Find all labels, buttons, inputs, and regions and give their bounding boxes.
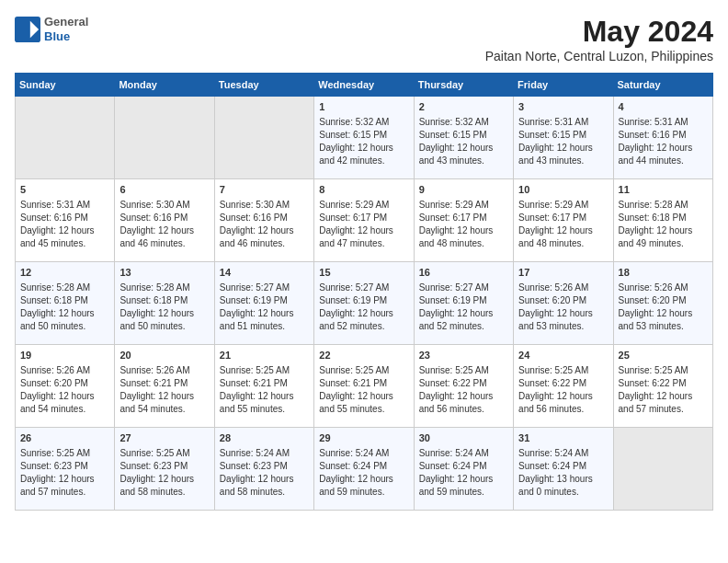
day-info: Sunrise: 5:32 AM Sunset: 6:15 PM Dayligh… <box>419 116 508 167</box>
calendar-cell: 21Sunrise: 5:25 AM Sunset: 6:21 PM Dayli… <box>214 345 313 428</box>
header-monday: Monday <box>115 74 214 97</box>
day-number: 10 <box>518 183 608 197</box>
calendar-cell: 23Sunrise: 5:25 AM Sunset: 6:22 PM Dayli… <box>414 345 513 428</box>
page-subtitle: Paitan Norte, Central Luzon, Philippines <box>485 49 713 63</box>
day-number: 22 <box>319 349 408 362</box>
day-number: 12 <box>20 266 109 280</box>
calendar-cell: 26Sunrise: 5:25 AM Sunset: 6:23 PM Dayli… <box>16 428 115 511</box>
day-number: 1 <box>319 100 408 114</box>
calendar-week-5: 26Sunrise: 5:25 AM Sunset: 6:23 PM Dayli… <box>16 428 713 511</box>
day-number: 5 <box>20 183 109 197</box>
calendar-cell: 5Sunrise: 5:31 AM Sunset: 6:16 PM Daylig… <box>16 179 115 262</box>
day-info: Sunrise: 5:26 AM Sunset: 6:21 PM Dayligh… <box>119 364 209 416</box>
calendar-cell: 15Sunrise: 5:27 AM Sunset: 6:19 PM Dayli… <box>314 262 414 345</box>
calendar-cell: 31Sunrise: 5:24 AM Sunset: 6:24 PM Dayli… <box>514 428 613 511</box>
day-number: 3 <box>518 100 608 114</box>
calendar-cell: 16Sunrise: 5:27 AM Sunset: 6:19 PM Dayli… <box>414 262 513 345</box>
day-number: 4 <box>619 100 708 114</box>
calendar-cell: 7Sunrise: 5:30 AM Sunset: 6:16 PM Daylig… <box>214 179 313 262</box>
header-thursday: Thursday <box>414 74 513 97</box>
day-number: 11 <box>619 183 708 197</box>
day-number: 24 <box>518 349 608 362</box>
day-info: Sunrise: 5:31 AM Sunset: 6:15 PM Dayligh… <box>518 116 608 167</box>
day-info: Sunrise: 5:25 AM Sunset: 6:23 PM Dayligh… <box>119 447 209 499</box>
logo-line1: General <box>44 15 88 29</box>
calendar-header-row: SundayMondayTuesdayWednesdayThursdayFrid… <box>16 74 713 97</box>
calendar-week-2: 5Sunrise: 5:31 AM Sunset: 6:16 PM Daylig… <box>16 179 713 262</box>
calendar-cell: 28Sunrise: 5:24 AM Sunset: 6:23 PM Dayli… <box>214 428 313 511</box>
calendar-cell: 29Sunrise: 5:24 AM Sunset: 6:24 PM Dayli… <box>314 428 414 511</box>
calendar-cell: 18Sunrise: 5:26 AM Sunset: 6:20 PM Dayli… <box>613 262 712 345</box>
logo-text: General Blue <box>44 15 88 43</box>
day-number: 9 <box>419 183 508 197</box>
header-wednesday: Wednesday <box>314 74 414 97</box>
logo: General Blue <box>15 15 88 43</box>
calendar-cell: 24Sunrise: 5:25 AM Sunset: 6:22 PM Dayli… <box>514 345 613 428</box>
day-number: 14 <box>220 266 309 280</box>
day-info: Sunrise: 5:25 AM Sunset: 6:21 PM Dayligh… <box>319 364 408 416</box>
day-info: Sunrise: 5:26 AM Sunset: 6:20 PM Dayligh… <box>518 282 608 333</box>
calendar-cell: 10Sunrise: 5:29 AM Sunset: 6:17 PM Dayli… <box>514 179 613 262</box>
day-info: Sunrise: 5:29 AM Sunset: 6:17 PM Dayligh… <box>518 199 608 250</box>
day-number: 16 <box>419 266 508 280</box>
day-info: Sunrise: 5:25 AM Sunset: 6:23 PM Dayligh… <box>20 447 109 499</box>
calendar-cell <box>16 97 115 179</box>
calendar-cell <box>613 428 712 511</box>
day-info: Sunrise: 5:30 AM Sunset: 6:16 PM Dayligh… <box>220 199 309 250</box>
day-number: 7 <box>220 183 309 197</box>
day-info: Sunrise: 5:32 AM Sunset: 6:15 PM Dayligh… <box>319 116 408 167</box>
calendar-cell: 4Sunrise: 5:31 AM Sunset: 6:16 PM Daylig… <box>613 97 712 179</box>
calendar-cell: 13Sunrise: 5:28 AM Sunset: 6:18 PM Dayli… <box>115 262 214 345</box>
day-info: Sunrise: 5:28 AM Sunset: 6:18 PM Dayligh… <box>20 282 109 333</box>
header-friday: Friday <box>514 74 613 97</box>
calendar-cell: 30Sunrise: 5:24 AM Sunset: 6:24 PM Dayli… <box>414 428 513 511</box>
day-number: 26 <box>20 431 109 445</box>
day-info: Sunrise: 5:30 AM Sunset: 6:16 PM Dayligh… <box>119 199 209 250</box>
day-info: Sunrise: 5:29 AM Sunset: 6:17 PM Dayligh… <box>319 199 408 250</box>
day-info: Sunrise: 5:28 AM Sunset: 6:18 PM Dayligh… <box>619 199 708 250</box>
day-info: Sunrise: 5:24 AM Sunset: 6:23 PM Dayligh… <box>220 447 309 499</box>
calendar-cell: 12Sunrise: 5:28 AM Sunset: 6:18 PM Dayli… <box>16 262 115 345</box>
day-info: Sunrise: 5:31 AM Sunset: 6:16 PM Dayligh… <box>20 199 109 250</box>
calendar-table: SundayMondayTuesdayWednesdayThursdayFrid… <box>15 73 713 511</box>
logo-line2: Blue <box>44 29 88 44</box>
calendar-week-3: 12Sunrise: 5:28 AM Sunset: 6:18 PM Dayli… <box>16 262 713 345</box>
day-info: Sunrise: 5:27 AM Sunset: 6:19 PM Dayligh… <box>220 282 309 333</box>
header-sunday: Sunday <box>16 74 115 97</box>
calendar-cell: 3Sunrise: 5:31 AM Sunset: 6:15 PM Daylig… <box>514 97 613 179</box>
day-info: Sunrise: 5:24 AM Sunset: 6:24 PM Dayligh… <box>518 447 608 499</box>
day-info: Sunrise: 5:25 AM Sunset: 6:22 PM Dayligh… <box>619 364 708 416</box>
header-saturday: Saturday <box>613 74 712 97</box>
calendar-cell <box>115 97 214 179</box>
day-info: Sunrise: 5:25 AM Sunset: 6:21 PM Dayligh… <box>220 364 309 416</box>
calendar-cell: 11Sunrise: 5:28 AM Sunset: 6:18 PM Dayli… <box>613 179 712 262</box>
day-info: Sunrise: 5:25 AM Sunset: 6:22 PM Dayligh… <box>518 364 608 416</box>
day-info: Sunrise: 5:24 AM Sunset: 6:24 PM Dayligh… <box>319 447 408 499</box>
day-number: 21 <box>220 349 309 362</box>
calendar-cell: 1Sunrise: 5:32 AM Sunset: 6:15 PM Daylig… <box>314 97 414 179</box>
title-block: May 2024 Paitan Norte, Central Luzon, Ph… <box>485 15 713 63</box>
day-number: 27 <box>119 431 209 445</box>
day-info: Sunrise: 5:28 AM Sunset: 6:18 PM Dayligh… <box>119 282 209 333</box>
day-info: Sunrise: 5:31 AM Sunset: 6:16 PM Dayligh… <box>619 116 708 167</box>
day-info: Sunrise: 5:26 AM Sunset: 6:20 PM Dayligh… <box>20 364 109 416</box>
calendar-week-4: 19Sunrise: 5:26 AM Sunset: 6:20 PM Dayli… <box>16 345 713 428</box>
day-number: 29 <box>319 431 408 445</box>
page-header: General Blue May 2024 Paitan Norte, Cent… <box>15 15 713 63</box>
header-tuesday: Tuesday <box>214 74 313 97</box>
day-number: 30 <box>419 431 508 445</box>
day-info: Sunrise: 5:26 AM Sunset: 6:20 PM Dayligh… <box>619 282 708 333</box>
logo-icon <box>15 17 40 42</box>
day-info: Sunrise: 5:25 AM Sunset: 6:22 PM Dayligh… <box>419 364 508 416</box>
day-number: 19 <box>20 349 109 362</box>
day-number: 28 <box>220 431 309 445</box>
day-number: 13 <box>119 266 209 280</box>
calendar-cell: 27Sunrise: 5:25 AM Sunset: 6:23 PM Dayli… <box>115 428 214 511</box>
calendar-cell: 25Sunrise: 5:25 AM Sunset: 6:22 PM Dayli… <box>613 345 712 428</box>
calendar-cell: 8Sunrise: 5:29 AM Sunset: 6:17 PM Daylig… <box>314 179 414 262</box>
day-number: 2 <box>419 100 508 114</box>
day-number: 8 <box>319 183 408 197</box>
day-number: 6 <box>119 183 209 197</box>
calendar-cell <box>214 97 313 179</box>
day-info: Sunrise: 5:29 AM Sunset: 6:17 PM Dayligh… <box>419 199 508 250</box>
